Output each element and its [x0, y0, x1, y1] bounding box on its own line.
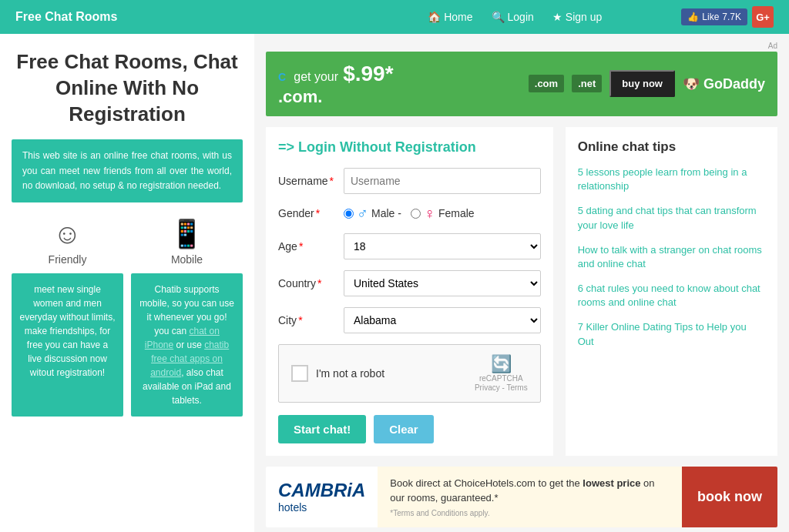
username-input[interactable]	[344, 168, 541, 194]
login-icon: 🔍	[492, 11, 505, 23]
cambria-logo-area: CAMBRiA hotels	[266, 467, 378, 527]
star-icon: ★	[552, 11, 562, 23]
female-symbol: ♀	[424, 205, 435, 223]
tips-title: Online chat tips	[578, 139, 765, 155]
clear-button[interactable]: Clear	[374, 415, 434, 443]
recaptcha-logo: 🔄	[475, 354, 528, 374]
smiley-icon: ☺	[12, 218, 123, 250]
captcha-checkbox[interactable]	[291, 365, 308, 382]
net-tld: .net	[572, 75, 602, 92]
fb-icon: 👍	[687, 12, 699, 22]
sidebar: Free Chat Rooms, Chat Online With No Reg…	[0, 34, 254, 532]
main-container: Free Chat Rooms, Chat Online With No Reg…	[0, 34, 789, 532]
feature-boxes: meet new single women and men everyday w…	[12, 273, 243, 417]
required-star-age: *	[299, 240, 303, 253]
header: Free Chat Rooms 🏠 Home 🔍 Login ★ Sign up…	[0, 0, 789, 34]
required-star-country: *	[317, 277, 321, 289]
tip-item-2[interactable]: 5 dating and chat tips that can transfor…	[578, 204, 765, 232]
buy-now-button[interactable]: buy now	[609, 70, 675, 97]
age-label: Age*	[278, 240, 344, 253]
username-row: Username*	[278, 168, 541, 194]
country-row: Country* United StatesCanadaUnited Kingd…	[278, 270, 541, 296]
cambria-brand: CAMBRiA	[278, 480, 365, 501]
nav-signup[interactable]: ★ Sign up	[552, 11, 602, 23]
form-buttons: Start chat! Clear	[278, 415, 541, 443]
tip-item-4[interactable]: 6 chat rules you need to know about chat…	[578, 282, 765, 309]
login-title: => Login Without Registration	[278, 139, 541, 156]
ad-label: Ad	[266, 42, 777, 50]
city-row: City* AlabamaAlaskaArizonaArkansasCalifo…	[278, 307, 541, 333]
tips-section: Online chat tips 5 lessons people learn …	[566, 127, 777, 456]
gender-female-radio[interactable]	[411, 209, 421, 219]
book-now-button[interactable]: book now	[697, 489, 762, 505]
ad-text-left: C get your $.99* .com.	[278, 61, 394, 107]
city-select[interactable]: AlabamaAlaskaArizonaArkansasCaliforniaCo…	[344, 307, 541, 333]
lowest-price-text: lowest price	[583, 477, 640, 489]
social-buttons: 👍 Like 7.7K G+	[681, 6, 774, 28]
gender-male-radio[interactable]	[344, 209, 354, 219]
captcha-box: I'm not a robot 🔄 reCAPTCHA Privacy - Te…	[278, 344, 541, 403]
feature-icons-row: ☺ Friendly 📱 Mobile	[12, 218, 243, 266]
age-select[interactable]: 1314151617181920212223242526272829303132…	[344, 233, 541, 259]
gender-male-option[interactable]: ♂ Male -	[344, 205, 401, 223]
gender-female-option[interactable]: ♀ Female	[411, 205, 475, 223]
gender-label: Gender*	[278, 207, 344, 219]
captcha-left: I'm not a robot	[291, 365, 384, 382]
country-label: Country*	[278, 277, 344, 289]
country-select[interactable]: United StatesCanadaUnited KingdomAustral…	[344, 270, 541, 296]
mobile-label: Mobile	[171, 253, 203, 266]
gender-row: Gender* ♂ Male - ♀ Female	[278, 205, 541, 223]
login-section: => Login Without Registration Username* …	[266, 127, 553, 456]
com-tld: .com	[529, 75, 564, 92]
mobile-icon: 📱	[131, 218, 243, 250]
tip-item-3[interactable]: How to talk with a stranger on chat room…	[578, 243, 765, 271]
tip-item-1[interactable]: 5 lessons people learn from being in a r…	[578, 166, 765, 193]
ad-right: .com .net buy now 🐶 GoDaddy	[529, 70, 765, 97]
bottom-ad-main-text: Book direct at ChoiceHotels.com to get t…	[390, 476, 670, 506]
sidebar-title: Free Chat Rooms, Chat Online With No Reg…	[12, 49, 243, 127]
bottom-ad-text: Book direct at ChoiceHotels.com to get t…	[378, 467, 682, 527]
sidebar-description: This web site is an online free chat roo…	[12, 139, 243, 202]
gender-options: ♂ Male - ♀ Female	[344, 205, 475, 223]
home-icon: 🏠	[428, 11, 441, 23]
required-star-gender: *	[316, 207, 320, 219]
nav-home[interactable]: 🏠 Home	[428, 11, 472, 23]
site-logo: Free Chat Rooms	[15, 10, 348, 24]
top-ad-wrapper: Ad C get your $.99* .com. .com .net buy …	[266, 42, 777, 116]
age-row: Age* 13141516171819202122232425262728293…	[278, 233, 541, 259]
tip-item-5[interactable]: 7 Killer Online Dating Tips to Help you …	[578, 320, 765, 348]
feature-friendly: ☺ Friendly	[12, 218, 123, 266]
facebook-like-button[interactable]: 👍 Like 7.7K	[681, 8, 747, 25]
godaddy-brand: 🐶 GoDaddy	[683, 75, 765, 92]
top-ad-banner[interactable]: C get your $.99* .com. .com .net buy now…	[266, 52, 777, 116]
required-star: *	[330, 175, 334, 187]
username-label: Username*	[278, 175, 344, 187]
start-chat-button[interactable]: Start chat!	[278, 415, 366, 443]
recaptcha-text: reCAPTCHA Privacy - Terms	[475, 374, 528, 393]
cambria-sub: hotels	[278, 501, 365, 514]
city-label: City*	[278, 314, 344, 326]
captcha-label: I'm not a robot	[316, 367, 384, 380]
sidebar-box-right: Chatib supports mobile, so you can use i…	[131, 273, 243, 417]
main-content: Ad C get your $.99* .com. .com .net buy …	[254, 34, 789, 532]
bottom-ad[interactable]: CAMBRiA hotels Book direct at ChoiceHote…	[266, 467, 777, 527]
captcha-right: 🔄 reCAPTCHA Privacy - Terms	[475, 354, 528, 393]
main-nav: 🏠 Home 🔍 Login ★ Sign up	[348, 11, 681, 23]
male-symbol: ♂	[357, 205, 368, 223]
feature-mobile: 📱 Mobile	[131, 218, 243, 266]
c-icon: C	[278, 71, 286, 83]
book-now-area[interactable]: book now	[682, 467, 777, 527]
terms-text: *Terms and Conditions apply.	[390, 509, 489, 517]
nav-login[interactable]: 🔍 Login	[492, 11, 534, 23]
sidebar-box-left: meet new single women and men everyday w…	[12, 273, 123, 417]
content-columns: => Login Without Registration Username* …	[266, 127, 777, 456]
friendly-label: Friendly	[49, 253, 87, 266]
google-plus-button[interactable]: G+	[752, 6, 774, 28]
required-star-city: *	[298, 314, 302, 326]
